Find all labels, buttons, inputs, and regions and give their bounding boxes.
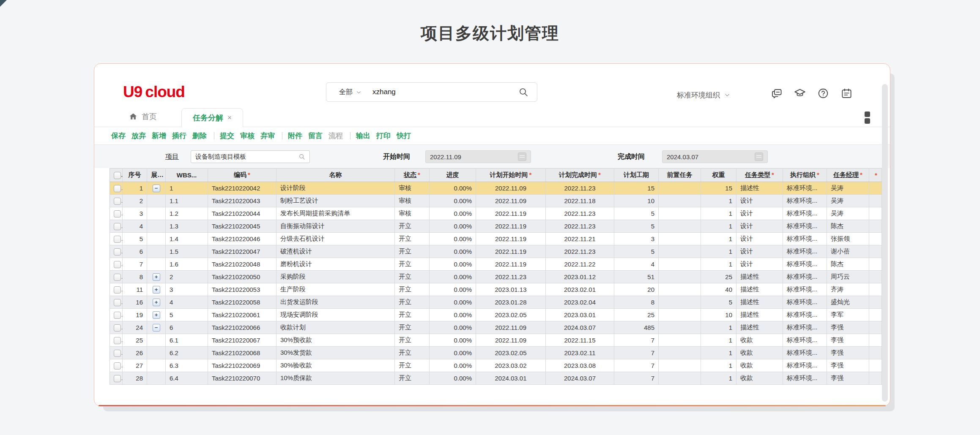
cell-seq[interactable]: 2 bbox=[123, 195, 147, 207]
cell-wbs[interactable]: 2 bbox=[166, 271, 208, 283]
cell-predecessor[interactable] bbox=[659, 258, 701, 271]
cell-predecessor[interactable] bbox=[659, 372, 701, 385]
column-header-seq[interactable]: 序号 bbox=[123, 169, 147, 182]
cell-stub[interactable] bbox=[869, 182, 882, 195]
cell-status[interactable]: 开立 bbox=[395, 283, 430, 296]
collapse-node-button[interactable]: − bbox=[153, 324, 160, 332]
cell-exec_org[interactable]: 标准环境... bbox=[783, 372, 827, 385]
cell-task_type[interactable]: 设计 bbox=[736, 245, 783, 258]
cell-wbs[interactable]: 6.2 bbox=[166, 347, 208, 359]
row-checkbox[interactable] bbox=[114, 299, 121, 306]
cell-status[interactable]: 开立 bbox=[395, 359, 430, 372]
cell-task_type[interactable]: 描述性 bbox=[736, 283, 783, 296]
cell-duration[interactable]: 15 bbox=[614, 182, 659, 195]
cell-plan_start[interactable]: 2022.11.09 bbox=[476, 182, 546, 195]
column-header-plan_finish[interactable]: 计划完成时间* bbox=[546, 169, 614, 182]
cell-predecessor[interactable] bbox=[659, 245, 701, 258]
cell-stub[interactable] bbox=[869, 195, 882, 207]
cell-wbs[interactable]: 1.5 bbox=[166, 245, 208, 258]
cell-plan_finish[interactable]: 2022.11.22 bbox=[546, 258, 614, 271]
column-header-duration[interactable]: 计划工期 bbox=[614, 169, 659, 182]
row-checkbox[interactable] bbox=[114, 198, 121, 205]
cell-status[interactable]: 审核 bbox=[395, 195, 430, 207]
row-checkbox[interactable] bbox=[114, 274, 121, 281]
cell-duration[interactable]: 3 bbox=[614, 233, 659, 245]
row-checkbox[interactable] bbox=[114, 261, 121, 268]
column-header-stub[interactable]: * bbox=[869, 169, 882, 182]
cell-progress[interactable]: 0.00% bbox=[430, 321, 476, 334]
cell-exec_org[interactable]: 标准环境... bbox=[783, 334, 827, 347]
cell-plan_start[interactable]: 2023.02.05 bbox=[476, 309, 546, 321]
cell-name[interactable]: 磨粉机设计 bbox=[276, 258, 395, 271]
column-header-predecessor[interactable]: 前置任务 bbox=[659, 169, 701, 182]
cell-manager[interactable]: 李强 bbox=[827, 372, 869, 385]
cell-weight[interactable]: 1 bbox=[701, 220, 736, 233]
cell-duration[interactable]: 4 bbox=[614, 258, 659, 271]
row-checkbox[interactable] bbox=[114, 375, 121, 382]
cell-stub[interactable] bbox=[869, 347, 882, 359]
toolbar-button[interactable]: 输出 bbox=[356, 131, 370, 141]
cell-weight[interactable]: 1 bbox=[701, 372, 736, 385]
cell-code[interactable]: Task2210220066 bbox=[208, 321, 276, 334]
cell-exec_org[interactable]: 标准环境... bbox=[783, 283, 827, 296]
cell-predecessor[interactable] bbox=[659, 271, 701, 283]
tab-list-icon[interactable] bbox=[865, 111, 870, 124]
toolbar-button[interactable]: 新增 bbox=[152, 131, 166, 141]
cell-manager[interactable]: 齐涛 bbox=[827, 283, 869, 296]
cell-manager[interactable]: 陈杰 bbox=[827, 220, 869, 233]
cell-plan_start[interactable]: 2022.11.19 bbox=[476, 245, 546, 258]
cell-plan_finish[interactable]: 2022.11.21 bbox=[546, 233, 614, 245]
cell-plan_start[interactable]: 2022.11.23 bbox=[476, 271, 546, 283]
cell-predecessor[interactable] bbox=[659, 207, 701, 220]
cell-wbs[interactable]: 6.4 bbox=[166, 372, 208, 385]
cell-name[interactable]: 自衡振动筛设计 bbox=[276, 220, 395, 233]
cell-task_type[interactable]: 描述性 bbox=[736, 321, 783, 334]
cell-task_type[interactable]: 设计 bbox=[736, 207, 783, 220]
cell-seq[interactable]: 11 bbox=[123, 283, 147, 296]
cell-duration[interactable]: 25 bbox=[614, 309, 659, 321]
toolbar-button[interactable]: 弃审 bbox=[260, 131, 275, 141]
cell-progress[interactable]: 0.00% bbox=[430, 207, 476, 220]
cell-seq[interactable]: 5 bbox=[123, 233, 147, 245]
cell-exec_org[interactable]: 标准环境... bbox=[783, 359, 827, 372]
cell-duration[interactable]: 7 bbox=[614, 347, 659, 359]
cell-name[interactable]: 30%预收款 bbox=[276, 334, 395, 347]
cell-weight[interactable]: 5 bbox=[701, 296, 736, 309]
toolbar-button[interactable]: 附件 bbox=[288, 131, 302, 141]
cell-plan_finish[interactable]: 2022.11.23 bbox=[546, 207, 614, 220]
cell-seq[interactable]: 16 bbox=[123, 296, 147, 309]
org-selector[interactable]: 标准环境组织 bbox=[677, 88, 730, 102]
cell-code[interactable]: Task2210220050 bbox=[208, 271, 276, 283]
toolbar-button[interactable]: 快打 bbox=[397, 131, 411, 141]
cell-plan_start[interactable]: 2022.11.09 bbox=[476, 334, 546, 347]
cell-predecessor[interactable] bbox=[659, 359, 701, 372]
cell-progress[interactable]: 0.00% bbox=[430, 296, 476, 309]
cell-manager[interactable]: 谢小蓓 bbox=[827, 245, 869, 258]
cell-status[interactable]: 审核 bbox=[395, 207, 430, 220]
cell-name[interactable]: 发布长周期提前采购清单 bbox=[276, 207, 395, 220]
cell-task_type[interactable]: 收款 bbox=[736, 334, 783, 347]
cell-predecessor[interactable] bbox=[659, 195, 701, 207]
cell-progress[interactable]: 0.00% bbox=[430, 258, 476, 271]
cell-progress[interactable]: 0.00% bbox=[430, 283, 476, 296]
row-checkbox[interactable] bbox=[114, 210, 121, 218]
cell-seq[interactable]: 7 bbox=[123, 258, 147, 271]
cell-name[interactable]: 30%验收款 bbox=[276, 359, 395, 372]
cell-plan_start[interactable]: 2022.11.09 bbox=[476, 321, 546, 334]
cell-plan_finish[interactable]: 2023.03.08 bbox=[546, 359, 614, 372]
cell-seq[interactable]: 27 bbox=[123, 359, 147, 372]
cell-duration[interactable]: 7 bbox=[614, 334, 659, 347]
cell-task_type[interactable]: 描述性 bbox=[736, 296, 783, 309]
cell-progress[interactable]: 0.00% bbox=[430, 347, 476, 359]
cell-manager[interactable]: 盛灿光 bbox=[827, 296, 869, 309]
cell-wbs[interactable]: 1.6 bbox=[166, 258, 208, 271]
cell-progress[interactable]: 0.00% bbox=[430, 334, 476, 347]
cell-name[interactable]: 30%发货款 bbox=[276, 347, 395, 359]
cell-weight[interactable]: 1 bbox=[701, 347, 736, 359]
cell-status[interactable]: 开立 bbox=[395, 372, 430, 385]
cell-status[interactable]: 开立 bbox=[395, 233, 430, 245]
cell-seq[interactable]: 26 bbox=[123, 347, 147, 359]
cell-predecessor[interactable] bbox=[659, 309, 701, 321]
cell-name[interactable]: 制粉工艺设计 bbox=[276, 195, 395, 207]
cell-manager[interactable]: 张振领 bbox=[827, 233, 869, 245]
